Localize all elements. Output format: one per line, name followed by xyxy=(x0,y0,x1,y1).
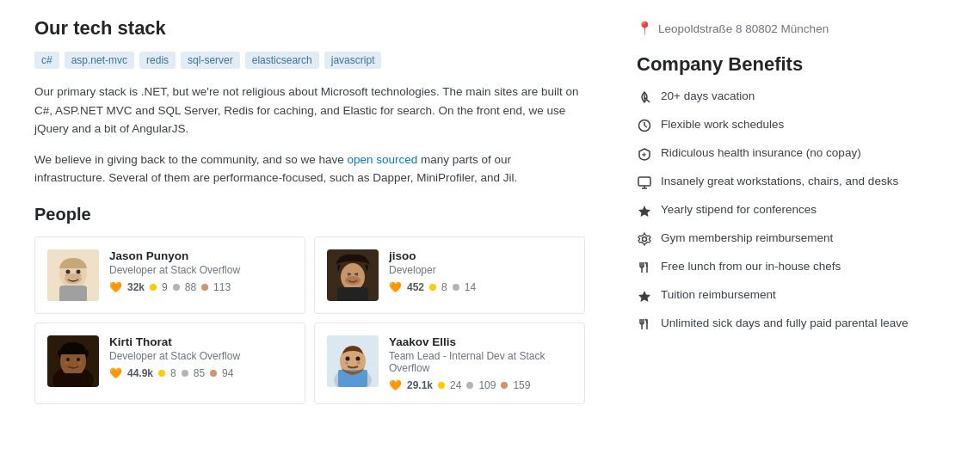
tags-row: c#asp.net-mvcredissql-serverelasticsearc… xyxy=(34,52,585,69)
svg-point-7 xyxy=(78,274,82,276)
people-grid: Jason PunyonDeveloper at Stack Overflow🧡… xyxy=(34,237,585,404)
benefit-text: Insanely great workstations, chairs, and… xyxy=(661,175,898,187)
bronze-dot xyxy=(201,284,208,291)
person-avatar xyxy=(327,249,379,301)
gold-count: 8 xyxy=(170,367,176,379)
right-column: 📍 Leopoldstraße 8 80802 München Company … xyxy=(637,17,929,404)
svg-marker-47 xyxy=(638,291,650,302)
silver-count: 85 xyxy=(194,367,205,379)
benefit-icon xyxy=(637,261,652,277)
svg-point-12 xyxy=(345,276,361,285)
svg-point-29 xyxy=(346,356,350,360)
svg-point-30 xyxy=(356,356,361,360)
person-name: jisoo xyxy=(389,249,572,262)
tag-elasticsearch[interactable]: elasticsearch xyxy=(245,52,319,69)
benefits-list: 20+ days vacationFlexible work schedules… xyxy=(637,89,929,334)
benefit-item: ✚Ridiculous health insurance (no copay) xyxy=(637,146,929,163)
person-info: Yaakov EllisTeam Lead - Internal Dev at … xyxy=(389,335,572,391)
svg-point-16 xyxy=(356,274,358,276)
person-role: Developer xyxy=(389,264,572,276)
benefit-item: Gym membership reimbursement xyxy=(637,231,929,249)
benefit-text: Unlimited sick days and fully paid paren… xyxy=(661,316,908,329)
open-sourced-link[interactable]: open sourced xyxy=(347,153,417,166)
location-row: 📍 Leopoldstraße 8 80802 München xyxy=(637,21,929,36)
svg-line-37 xyxy=(644,126,647,127)
rep-value: 32k xyxy=(127,281,145,293)
location-icon: 📍 xyxy=(637,21,653,36)
benefit-icon xyxy=(637,317,652,334)
gold-count: 24 xyxy=(450,379,461,391)
benefit-icon xyxy=(637,232,652,249)
benefit-text: Yearly stipend for conferences xyxy=(661,203,817,216)
svg-point-31 xyxy=(345,361,348,364)
silver-dot xyxy=(453,284,459,291)
gold-dot xyxy=(158,370,165,377)
benefit-icon: ✚ xyxy=(637,147,652,163)
rep-icon: 🧡 xyxy=(389,379,402,391)
benefit-icon xyxy=(637,90,652,107)
silver-count: 88 xyxy=(185,281,196,293)
svg-rect-11 xyxy=(337,287,368,301)
tag-asp-net-mvc[interactable]: asp.net-mvc xyxy=(65,52,134,69)
tag-javascript[interactable]: javascript xyxy=(324,52,382,69)
svg-point-5 xyxy=(77,269,81,273)
svg-point-24 xyxy=(78,361,82,364)
benefit-item: Tuition reimbursement xyxy=(637,288,929,305)
person-avatar xyxy=(47,335,99,387)
person-stats: 🧡452814 xyxy=(389,281,572,293)
benefit-icon xyxy=(637,119,652,135)
person-card: Kirti ThoratDeveloper at Stack Overflow🧡… xyxy=(34,323,305,404)
benefit-text: Ridiculous health insurance (no copay) xyxy=(661,146,861,159)
rep-value: 29.1k xyxy=(407,379,433,391)
tag-sql-server[interactable]: sql-server xyxy=(181,52,240,69)
person-stats: 🧡44.9k88594 xyxy=(109,367,293,379)
person-stats: 🧡29.1k24109159 xyxy=(389,379,572,391)
person-avatar xyxy=(47,249,99,301)
benefit-item: 20+ days vacation xyxy=(637,89,929,107)
person-info: Jason PunyonDeveloper at Stack Overflow🧡… xyxy=(109,249,293,293)
benefit-text: 20+ days vacation xyxy=(661,89,755,102)
rep-icon: 🧡 xyxy=(389,281,402,293)
silver-count: 14 xyxy=(465,281,476,293)
benefit-text: Flexible work schedules xyxy=(661,118,784,131)
bronze-count: 94 xyxy=(222,367,233,379)
person-info: jisooDeveloper🧡452814 xyxy=(389,249,572,293)
rep-icon: 🧡 xyxy=(109,281,122,293)
benefit-icon xyxy=(637,175,652,192)
benefit-item: Unlimited sick days and fully paid paren… xyxy=(637,316,929,334)
svg-point-43 xyxy=(643,237,647,242)
svg-rect-39 xyxy=(638,177,650,186)
bronze-count: 159 xyxy=(513,379,530,391)
silver-dot xyxy=(173,284,180,291)
description-2: We believe in giving back to the communi… xyxy=(34,151,585,187)
rep-value: 44.9k xyxy=(127,367,153,379)
svg-point-6 xyxy=(65,274,68,276)
svg-rect-2 xyxy=(59,286,87,301)
benefit-item: Yearly stipend for conferences xyxy=(637,203,929,220)
person-role: Developer at Stack Overflow xyxy=(109,350,293,362)
person-card: Jason PunyonDeveloper at Stack Overflow🧡… xyxy=(34,237,305,314)
svg-rect-20 xyxy=(56,373,90,387)
person-role: Team Lead - Internal Dev at Stack Overfl… xyxy=(389,350,572,374)
svg-text:✚: ✚ xyxy=(642,152,646,157)
silver-dot xyxy=(182,370,188,377)
person-stats: 🧡32k988113 xyxy=(109,281,293,293)
location-text: Leopoldstraße 8 80802 München xyxy=(658,22,829,35)
svg-line-14 xyxy=(354,273,358,274)
tag-c#[interactable]: c# xyxy=(34,52,59,69)
description-1: Our primary stack is .NET, but we're not… xyxy=(34,83,585,138)
svg-point-32 xyxy=(357,361,361,364)
svg-point-4 xyxy=(66,269,71,273)
bronze-dot xyxy=(501,382,508,389)
person-avatar xyxy=(327,335,379,387)
people-title: People xyxy=(34,205,585,224)
gold-dot xyxy=(150,284,157,291)
tag-redis[interactable]: redis xyxy=(139,52,176,69)
rep-value: 452 xyxy=(407,281,424,293)
svg-point-15 xyxy=(348,274,349,276)
benefit-item: Free lunch from our in-house chefs xyxy=(637,260,929,277)
person-info: Kirti ThoratDeveloper at Stack Overflow🧡… xyxy=(109,335,293,379)
benefit-text: Free lunch from our in-house chefs xyxy=(661,260,841,273)
silver-count: 109 xyxy=(478,379,496,391)
gold-count: 9 xyxy=(162,281,168,293)
